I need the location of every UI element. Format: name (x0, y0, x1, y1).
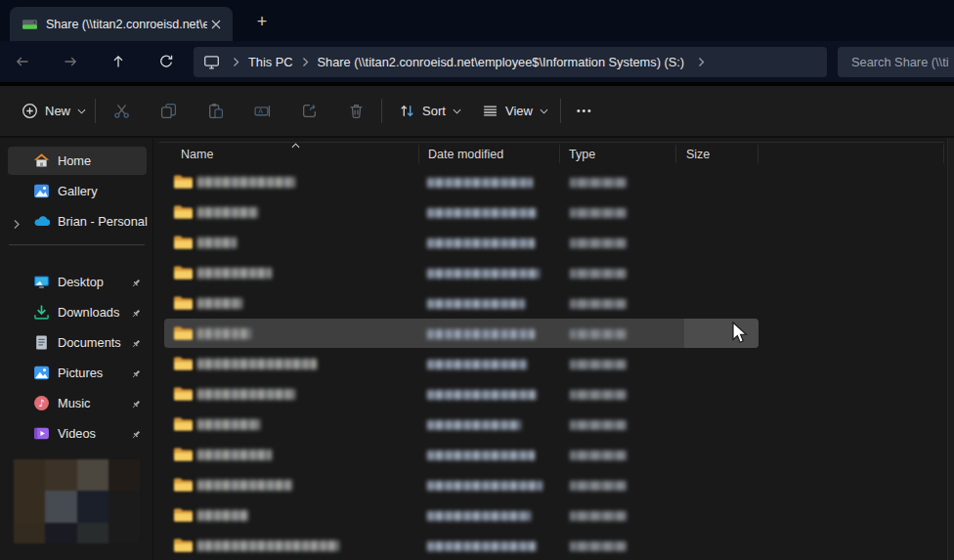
view-button[interactable]: View (472, 93, 558, 129)
pictures-icon (33, 365, 50, 381)
sidebar-item-pictures[interactable]: Pictures (8, 359, 147, 387)
sidebar-item-onedrive-brian[interactable]: Brian - Personal (8, 207, 147, 236)
folder-icon (173, 356, 193, 371)
svg-text:♪: ♪ (38, 398, 44, 409)
file-row[interactable] (159, 197, 944, 228)
explorer-tab[interactable]: Share (\\titan2.conroeisd.net\e (10, 7, 233, 41)
sidebar-item-documents[interactable]: Documents (8, 328, 147, 357)
file-row[interactable] (159, 500, 944, 531)
file-row[interactable] (159, 228, 944, 258)
redacted-file-type (570, 390, 627, 400)
redacted-thumbnail-block (77, 523, 108, 543)
breadcrumb-share-path[interactable]: Share (\\titan2.conroeisd.net\employee$\… (318, 55, 685, 69)
search-input[interactable]: Search Share (\\ti (838, 47, 954, 77)
sidebar-item-label: Downloads (58, 305, 119, 320)
trash-icon (348, 103, 365, 119)
redacted-date-modified (427, 390, 537, 400)
redacted-thumbnail-block (108, 523, 140, 543)
redacted-date-modified (427, 420, 521, 430)
sort-button[interactable]: Sort (389, 93, 471, 129)
sidebar-item-desktop[interactable]: Desktop (8, 268, 147, 296)
chevron-down-icon (540, 108, 548, 114)
redacted-file-type (570, 329, 627, 339)
sidebar-item-gallery[interactable]: Gallery (8, 177, 147, 205)
chevron-down-icon (453, 108, 461, 114)
redacted-date-modified (427, 360, 527, 369)
column-header-name[interactable]: Name (159, 143, 419, 166)
column-header-blank (759, 143, 944, 166)
rename-icon: A (254, 103, 271, 119)
pin-icon (130, 366, 142, 384)
pane-splitter[interactable] (152, 138, 153, 560)
file-row[interactable] (159, 379, 944, 409)
sidebar-item-home[interactable]: Home (8, 147, 147, 175)
file-row[interactable] (159, 470, 944, 500)
forward-button[interactable] (55, 46, 86, 77)
pin-icon (130, 306, 142, 323)
copy-button[interactable] (149, 93, 188, 129)
rename-button[interactable]: A (242, 93, 282, 129)
file-row[interactable] (159, 349, 944, 379)
column-header-size[interactable]: Size (676, 143, 759, 166)
redacted-file-type (570, 451, 627, 460)
redacted-thumbnail-block (45, 523, 77, 543)
toolbar-divider (560, 99, 561, 123)
file-explorer-window: Share (\\titan2.conroeisd.net\e + (0, 0, 954, 560)
sidebar-separator (9, 244, 145, 245)
redacted-file-type (570, 360, 627, 369)
tab-close-icon[interactable] (207, 16, 225, 33)
share-button[interactable] (289, 93, 328, 129)
share-icon (301, 103, 318, 119)
breadcrumb-this-pc[interactable]: This PC (248, 55, 293, 69)
file-row[interactable] (159, 167, 944, 197)
back-button[interactable] (7, 46, 38, 77)
paste-icon (207, 103, 224, 119)
redacted-thumbnail (14, 459, 140, 543)
file-row[interactable] (159, 288, 944, 319)
column-header-date-modified[interactable]: Date modified (419, 143, 560, 166)
new-button[interactable]: New (12, 93, 96, 129)
paste-button[interactable] (195, 93, 235, 129)
redacted-thumbnail-block (108, 491, 140, 523)
music-icon: ♪ (33, 395, 50, 411)
redacted-file-type (570, 178, 627, 188)
downloads-icon (33, 304, 50, 321)
pin-icon (130, 427, 142, 445)
redacted-thumbnail-block (45, 459, 77, 491)
redacted-file-type (570, 541, 627, 551)
file-row[interactable] (159, 319, 944, 349)
folder-icon (173, 447, 193, 462)
redacted-date-modified (427, 238, 535, 248)
column-header-type[interactable]: Type (560, 143, 676, 166)
delete-button[interactable] (336, 93, 375, 129)
redacted-file-name (197, 207, 258, 218)
sidebar-item-downloads[interactable]: Downloads (8, 298, 147, 326)
new-tab-button[interactable]: + (250, 10, 274, 33)
folder-icon (173, 538, 193, 553)
gallery-icon (33, 183, 50, 199)
file-row[interactable] (159, 531, 944, 560)
address-bar[interactable]: This PC Share (\\titan2.conroeisd.net\em… (194, 47, 827, 77)
file-list-pane: Name Date modified Type Size (159, 138, 947, 560)
redacted-file-name (197, 298, 242, 309)
redacted-thumbnail-block (77, 459, 108, 491)
refresh-button[interactable] (151, 46, 182, 77)
expand-chevron-icon[interactable] (13, 216, 21, 234)
redacted-file-name (197, 480, 292, 491)
up-button[interactable] (103, 46, 134, 77)
sidebar-item-label: Gallery (58, 184, 98, 198)
sidebar-item-music[interactable]: ♪ Music (8, 389, 147, 417)
file-row[interactable] (159, 440, 944, 470)
breadcrumb-chevron-icon[interactable] (698, 57, 705, 67)
redacted-file-type (570, 420, 627, 430)
file-row[interactable] (159, 258, 944, 288)
cut-button[interactable] (102, 93, 141, 129)
cut-icon (113, 103, 130, 119)
sidebar-item-videos[interactable]: Videos (8, 419, 147, 448)
folder-icon (173, 295, 193, 311)
more-options-button[interactable]: ••• (567, 93, 603, 129)
file-row[interactable] (159, 409, 944, 440)
home-icon (33, 152, 50, 169)
redacted-date-modified (427, 299, 525, 309)
scrollbar-track[interactable] (948, 138, 954, 560)
